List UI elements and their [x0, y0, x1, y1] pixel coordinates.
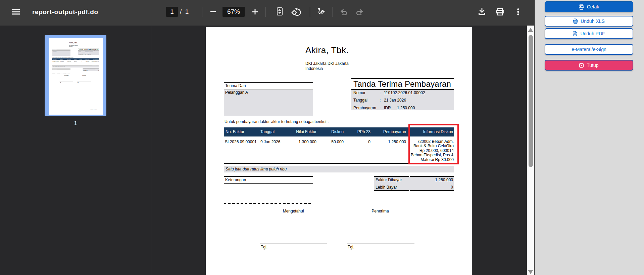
svg-text:XLS: XLS	[574, 21, 577, 22]
svg-text:PDF: PDF	[574, 33, 577, 35]
